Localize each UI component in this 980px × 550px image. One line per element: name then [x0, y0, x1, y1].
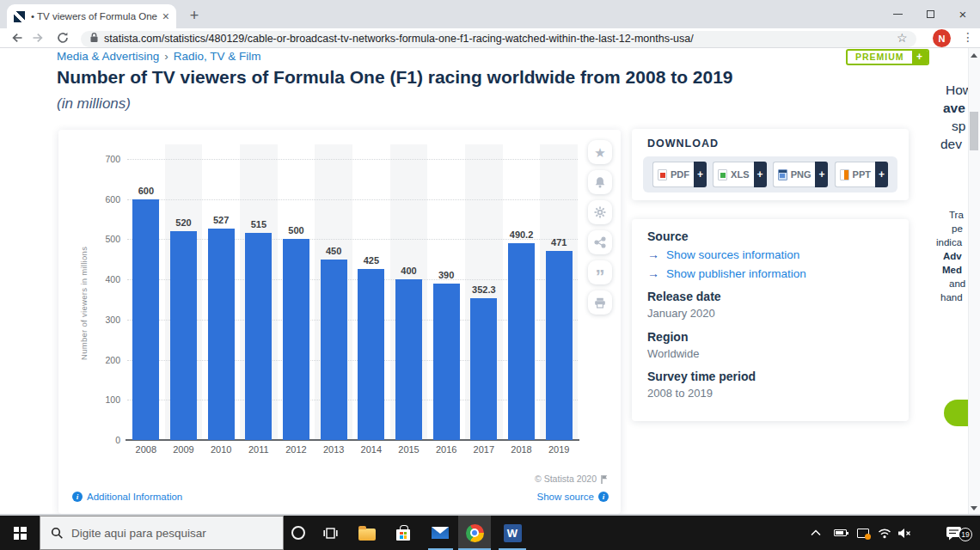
y-tick-0: 0	[84, 435, 120, 445]
download-xls-group: XLS+	[713, 162, 766, 187]
source-link-publisher[interactable]: →Show publisher information	[647, 266, 806, 280]
breadcrumb-link-media-advertising[interactable]: Media & Advertising	[57, 50, 159, 63]
bar-2009[interactable]	[170, 231, 197, 440]
taskbar-store-button[interactable]	[393, 516, 413, 550]
bar-2019[interactable]	[546, 251, 573, 440]
download-header: DOWNLOAD	[647, 138, 719, 150]
download-xls-plus-button[interactable]: +	[754, 162, 767, 187]
browser-profile-avatar[interactable]: N	[933, 29, 951, 47]
printer-button[interactable]	[588, 290, 612, 315]
url-text: statista.com/statistics/480129/cable-or-…	[104, 33, 694, 45]
copyright-note: © Statista 2020	[535, 474, 609, 484]
start-button[interactable]	[0, 516, 40, 550]
quote-button[interactable]: ”	[588, 260, 612, 284]
bar-value-2013: 450	[308, 246, 359, 256]
premium-badge[interactable]: PREMIUM +	[846, 49, 929, 65]
battery-icon	[834, 529, 847, 536]
browser-menu-icon[interactable]: ⋮	[962, 30, 974, 44]
bar-2016[interactable]	[433, 284, 460, 440]
bar-2011[interactable]	[245, 233, 272, 440]
release-date-label: Release date	[647, 290, 721, 303]
wifi-icon	[878, 528, 891, 539]
tray-volume[interactable]	[894, 516, 915, 550]
source-link-label: Show sources information	[666, 248, 799, 261]
browser-tab[interactable]: • TV viewers of Formula One (F1 ×	[7, 4, 176, 28]
download-panel: DOWNLOAD PDF+XLS+PNG+PPT+	[632, 129, 909, 200]
new-tab-button[interactable]: +	[183, 6, 205, 27]
browser-tab-strip: • TV viewers of Formula One (F1 × + ×	[0, 0, 980, 28]
download-pdf-button[interactable]: PDF	[652, 162, 694, 187]
x-tick-2010: 2010	[202, 444, 240, 455]
show-source-link[interactable]: Show source i	[537, 492, 609, 502]
bookmark-star-icon[interactable]: ☆	[897, 31, 908, 45]
teaser-text: Tra	[949, 210, 964, 220]
chat-button[interactable]	[944, 400, 969, 426]
taskbar-mail-button[interactable]	[430, 516, 450, 550]
bar-value-2017: 352.3	[458, 284, 510, 295]
bar-value-2012: 500	[271, 225, 322, 235]
tray-network[interactable]	[874, 516, 895, 550]
download-pdf-plus-button[interactable]: +	[694, 162, 707, 187]
bar-value-2014: 425	[346, 255, 397, 266]
page-subtitle: (in millions)	[57, 95, 131, 113]
download-png-plus-button[interactable]: +	[815, 162, 828, 187]
gridline-600	[127, 199, 578, 200]
scrollbar-thumb[interactable]	[970, 112, 978, 150]
taskbar-task-view-button[interactable]	[320, 516, 340, 550]
notification-count-badge[interactable]: 19	[959, 528, 972, 541]
gear-button[interactable]	[588, 200, 612, 224]
taskbar-file-explorer-button[interactable]	[357, 516, 377, 550]
file-explorer-icon	[358, 529, 376, 541]
taskbar-search-box[interactable]: Digite aqui para pesquisar	[40, 516, 284, 550]
teaser-text: dev	[940, 137, 962, 152]
bar-2012[interactable]	[283, 239, 309, 440]
bar-2010[interactable]	[208, 229, 235, 440]
bell-button[interactable]	[588, 170, 612, 194]
taskbar-cortana-button[interactable]	[288, 516, 309, 550]
download-ppt-plus-button[interactable]: +	[875, 162, 888, 187]
forward-button[interactable]	[31, 31, 45, 45]
download-ppt-group: PPT+	[835, 162, 888, 187]
download-buttons-tray: PDF+XLS+PNG+PPT+	[643, 156, 897, 192]
scrollbar-down-arrow[interactable]	[971, 506, 977, 510]
taskbar-word-button[interactable]: W	[497, 516, 528, 550]
close-button[interactable]: ×	[946, 0, 979, 28]
source-link-sources[interactable]: →Show sources information	[647, 248, 799, 261]
x-tick-2015: 2015	[390, 444, 428, 455]
scrollbar-up-arrow[interactable]	[971, 53, 977, 58]
download-ppt-button[interactable]: PPT	[835, 162, 875, 187]
bar-chart: 0100200300400500600700600200852020095272…	[58, 130, 621, 514]
breadcrumb-link-radio-tv-film[interactable]: Radio, TV & Film	[174, 50, 261, 63]
additional-information-link[interactable]: i Additional Information	[72, 492, 182, 502]
gear-icon	[594, 206, 606, 218]
tray-show-hidden-icons[interactable]	[806, 516, 825, 550]
download-xls-button[interactable]: XLS	[713, 162, 753, 187]
mail-icon	[432, 527, 449, 539]
bar-2014[interactable]	[358, 269, 384, 440]
arrow-right-icon: →	[647, 266, 659, 280]
bar-2017[interactable]	[470, 298, 497, 440]
windows-taskbar: Digite aqui para pesquisar W	[0, 516, 980, 550]
page-content: Media & Advertising›Radio, TV & Film PRE…	[0, 48, 980, 514]
bar-2013[interactable]	[321, 260, 347, 440]
back-button[interactable]	[10, 31, 24, 45]
minimize-button[interactable]	[881, 0, 914, 28]
refresh-button[interactable]	[56, 31, 70, 45]
bar-2008[interactable]	[132, 199, 159, 440]
share-button[interactable]	[588, 230, 612, 254]
bell-icon	[594, 176, 606, 188]
teaser-text: pe	[952, 223, 963, 234]
tab-close-icon[interactable]: ×	[162, 10, 169, 22]
bar-2018[interactable]	[508, 243, 535, 440]
source-panel: Source →Show sources information→Show pu…	[632, 219, 909, 421]
tray-battery[interactable]	[830, 516, 850, 550]
y-tick-300: 300	[84, 315, 120, 325]
bar-2015[interactable]	[395, 279, 422, 440]
star-button[interactable]: ★	[588, 140, 612, 164]
download-png-button[interactable]: PNG	[773, 162, 816, 187]
printer-icon	[594, 297, 606, 309]
tray-display-alert[interactable]	[853, 516, 873, 550]
share-icon	[594, 236, 606, 248]
taskbar-chrome-button[interactable]	[458, 516, 491, 550]
maximize-button[interactable]	[914, 0, 946, 28]
